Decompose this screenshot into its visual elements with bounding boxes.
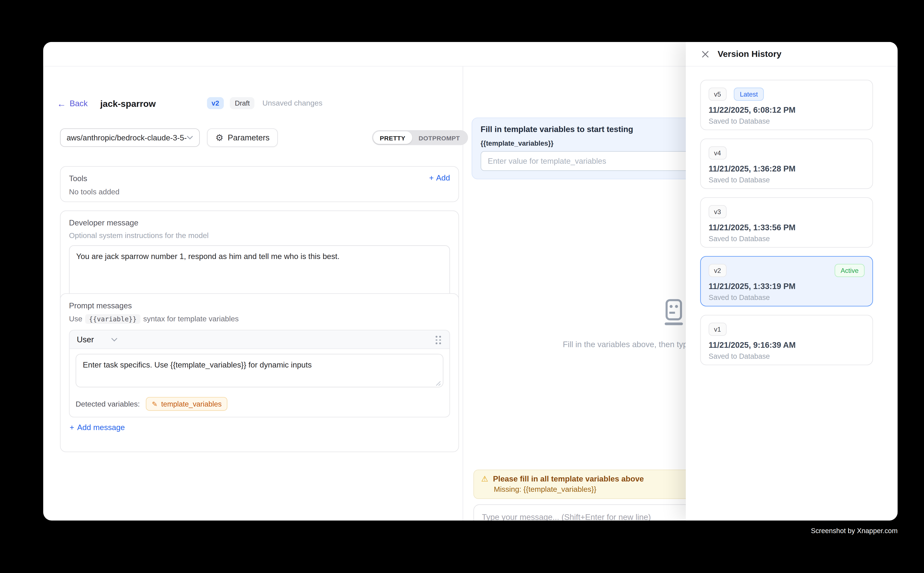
version-card-v2-active[interactable]: v2 Active 11/21/2025, 1:33:19 PM Saved t…: [700, 256, 873, 307]
version-card-v3[interactable]: v3 11/21/2025, 1:33:56 PM Saved to Datab…: [700, 197, 873, 248]
message-role-header: User: [69, 330, 449, 349]
version-history-panel: Version History v5 Latest 11/22/2025, 6:…: [686, 42, 898, 521]
model-select-value: aws/anthropic/bedrock-claude-3-5-s...: [67, 133, 187, 142]
document-header: ← Back jack-sparrow v2 Draft Unsaved cha…: [57, 96, 322, 110]
template-syntax-hint: Use {{variable}} syntax for template var…: [69, 314, 450, 324]
add-tool-label: Add: [436, 173, 450, 182]
version-tag-badge: v4: [709, 146, 726, 160]
version-timestamp: 11/21/2025, 9:16:39 AM: [709, 341, 864, 350]
chevron-down-icon: [187, 136, 193, 140]
prompt-messages-title: Prompt messages: [69, 301, 450, 310]
parameters-label: Parameters: [227, 133, 270, 142]
version-tag-badge: v1: [709, 323, 726, 336]
parameters-button[interactable]: ⚙ Parameters: [207, 128, 278, 147]
pencil-icon: ✎: [152, 400, 158, 408]
version-timestamp: 11/21/2025, 1:33:56 PM: [709, 223, 864, 232]
resize-handle-icon[interactable]: [436, 381, 441, 386]
unsaved-changes-label: Unsaved changes: [262, 99, 322, 107]
detected-variables-row: Detected variables: ✎ template_variables: [69, 393, 449, 416]
variable-syntax-chip: {{variable}}: [85, 314, 140, 324]
add-tool-button[interactable]: + Add: [429, 173, 450, 182]
close-icon[interactable]: [700, 49, 710, 59]
gear-icon: ⚙: [215, 133, 223, 142]
version-timestamp: 11/22/2025, 6:08:12 PM: [709, 106, 864, 114]
latest-badge: Latest: [734, 88, 764, 101]
warning-icon: ⚠: [481, 475, 488, 483]
model-toolbar: aws/anthropic/bedrock-claude-3-5-s... ⚙ …: [60, 128, 278, 147]
version-tag-badge: v3: [709, 205, 726, 218]
version-note: Saved to Database: [709, 117, 864, 125]
model-select[interactable]: aws/anthropic/bedrock-claude-3-5-s...: [60, 128, 200, 147]
toggle-pretty[interactable]: PRETTY: [373, 132, 412, 144]
template-variable-name: template_variables: [161, 400, 222, 408]
version-card-v4[interactable]: v4 11/21/2025, 1:36:28 PM Saved to Datab…: [700, 139, 873, 189]
version-timestamp: 11/21/2025, 1:33:19 PM: [709, 282, 864, 291]
tools-card: Tools + Add No tools added: [60, 166, 459, 202]
prompt-message-block: User Enter task specifics. Use {{templat…: [69, 330, 450, 417]
detected-variables-label: Detected variables:: [75, 400, 140, 408]
toggle-dotprompt[interactable]: DOTPROMPT: [412, 132, 467, 144]
version-badge: v2: [207, 97, 224, 109]
version-timestamp: 11/21/2025, 1:36:28 PM: [709, 164, 864, 173]
chevron-down-icon[interactable]: [111, 337, 117, 341]
chat-empty-hint: Fill in the variables above, then typ: [563, 340, 687, 349]
draft-badge: Draft: [230, 97, 254, 109]
warning-title: Please fill in all template variables ab…: [493, 474, 644, 484]
back-arrow-icon: ←: [57, 99, 66, 108]
hint-prefix: Use: [69, 315, 83, 323]
drag-handle-icon[interactable]: [436, 336, 441, 344]
developer-message-title: Developer message: [69, 218, 450, 227]
back-label: Back: [69, 99, 88, 108]
role-select-value: User: [77, 335, 94, 344]
page-title: jack-sparrow: [100, 98, 155, 108]
add-message-label: Add message: [77, 423, 125, 432]
version-history-header: Version History: [686, 42, 898, 67]
version-tag-badge: v2: [709, 264, 726, 277]
screenshot-stage: ← Back jack-sparrow v2 Draft Unsaved cha…: [0, 0, 924, 573]
add-message-button[interactable]: + Add message: [69, 423, 450, 432]
prompt-messages-card: Prompt messages Use {{variable}} syntax …: [60, 293, 459, 452]
app-window: ← Back jack-sparrow v2 Draft Unsaved cha…: [43, 42, 898, 521]
back-button[interactable]: ← Back: [57, 99, 88, 108]
watermark-text: Screenshot by Xnapper.com: [811, 527, 897, 534]
tools-title: Tools: [69, 174, 450, 183]
prompt-message-textarea[interactable]: Enter task specifics. Use {{template_var…: [75, 354, 443, 387]
version-card-v5[interactable]: v5 Latest 11/22/2025, 6:08:12 PM Saved t…: [700, 80, 873, 130]
plus-icon: +: [69, 423, 74, 432]
version-note: Saved to Database: [709, 235, 864, 243]
active-badge: Active: [835, 264, 864, 277]
robot-icon: [661, 299, 685, 326]
tools-empty-text: No tools added: [69, 188, 450, 196]
version-note: Saved to Database: [709, 293, 864, 302]
developer-message-subtitle: Optional system instructions for the mod…: [69, 232, 450, 240]
view-mode-toggle: PRETTY DOTPROMPT: [372, 130, 467, 145]
version-card-v1[interactable]: v1 11/21/2025, 9:16:39 AM Saved to Datab…: [700, 315, 873, 365]
version-note: Saved to Database: [709, 352, 864, 360]
version-note: Saved to Database: [709, 176, 864, 184]
hint-suffix: syntax for template variables: [143, 315, 239, 323]
version-tag-badge: v5: [709, 88, 726, 101]
plus-icon: +: [429, 173, 434, 182]
version-history-title: Version History: [718, 49, 781, 59]
template-variable-chip[interactable]: ✎ template_variables: [146, 397, 227, 411]
